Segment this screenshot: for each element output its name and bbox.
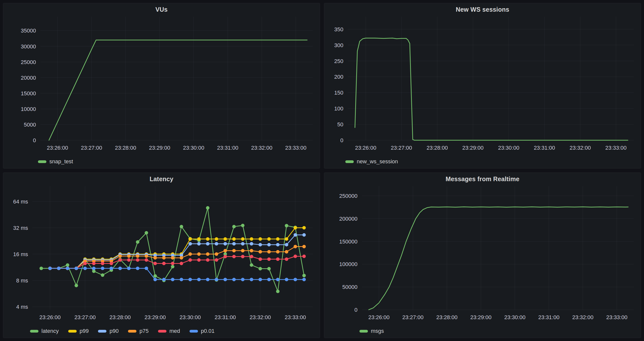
data-point <box>66 263 69 267</box>
legend-label: p99 <box>80 328 89 334</box>
data-point <box>66 266 69 270</box>
legend-item-p75[interactable]: p75 <box>128 328 148 334</box>
panel-title-latency[interactable]: Latency <box>3 173 320 184</box>
x-tick-label: 23:26:00 <box>355 145 376 151</box>
legend-latency: latencyp99p90p75medp0.01 <box>3 326 320 336</box>
legend-item-new_ws_session[interactable]: new_ws_session <box>345 158 398 165</box>
y-tick-label: 50000 <box>342 284 358 290</box>
grid <box>40 17 313 140</box>
data-point <box>224 278 227 281</box>
data-point <box>232 249 236 252</box>
data-point <box>206 258 209 262</box>
data-point <box>267 257 271 261</box>
legend-label: p90 <box>110 328 118 334</box>
legend-swatch-p90 <box>98 330 106 332</box>
grid <box>348 17 634 140</box>
y-tick-label: 25000 <box>21 59 36 65</box>
legend-item-med[interactable]: med <box>158 328 180 334</box>
data-point <box>127 254 130 258</box>
data-point <box>302 255 306 258</box>
legend-item-p0.01[interactable]: p0.01 <box>190 328 214 334</box>
data-point <box>188 252 192 256</box>
y-tick-label: 10000 <box>21 106 36 112</box>
data-point <box>267 237 271 241</box>
data-point <box>162 256 166 260</box>
grid <box>362 186 634 310</box>
y-tick-label: 350 <box>334 26 343 33</box>
legend-item-p90[interactable]: p90 <box>98 328 118 334</box>
panel-title-vus[interactable]: VUs <box>3 3 320 15</box>
grid <box>32 186 313 310</box>
legend-swatch-msgs <box>360 330 368 332</box>
chart-vus[interactable]: 23:26:0023:27:0023:28:0023:29:0023:30:00… <box>3 15 320 157</box>
series-points-p75 <box>48 245 306 270</box>
x-tick-label: 23:29:00 <box>470 314 492 320</box>
legend-vus: snap_test <box>3 157 320 167</box>
data-point <box>258 250 262 254</box>
data-point <box>215 242 218 245</box>
y-tick-label: 15000 <box>21 90 36 97</box>
y-tick-label: 16 ms <box>13 251 28 257</box>
data-point <box>48 266 52 270</box>
legend-label: snap_test <box>49 158 73 165</box>
data-point <box>83 266 87 270</box>
x-tick-label: 23:32:00 <box>572 314 594 320</box>
data-point <box>206 278 209 281</box>
data-point <box>197 258 201 262</box>
data-point <box>250 237 253 241</box>
data-point <box>188 258 192 262</box>
axis-labels: 23:26:0023:27:0023:28:0023:29:0023:30:00… <box>21 28 306 151</box>
y-tick-label: 8 ms <box>16 277 28 284</box>
legend-item-latency[interactable]: latency <box>30 328 59 334</box>
data-point <box>171 278 174 281</box>
dashboard-grid: VUs 23:26:0023:27:0023:28:0023:29:0023:3… <box>0 0 644 341</box>
series-line-p75 <box>50 247 304 268</box>
data-point <box>294 226 297 230</box>
data-point <box>118 254 122 258</box>
chart-latency[interactable]: 23:26:0023:27:0023:28:0023:29:0023:30:00… <box>3 184 320 326</box>
x-tick-label: 23:26:00 <box>47 145 68 151</box>
data-point <box>162 262 166 265</box>
panel-title-messages-from-realtime[interactable]: Messages from Realtime <box>324 173 641 184</box>
y-tick-label: 200 <box>334 74 343 80</box>
data-point <box>232 242 236 245</box>
legend-new-ws-sessions: new_ws_session <box>324 157 641 167</box>
legend-label: msgs <box>371 328 384 334</box>
data-point <box>153 262 157 265</box>
x-tick-label: 23:29:00 <box>145 314 166 320</box>
legend-item-snap_test[interactable]: snap_test <box>38 158 73 165</box>
data-point <box>241 237 244 241</box>
data-point <box>232 225 236 228</box>
data-point <box>197 237 201 241</box>
legend-item-p99[interactable]: p99 <box>68 328 89 334</box>
data-point <box>136 254 140 258</box>
y-tick-label: 250 <box>334 58 343 64</box>
data-point <box>75 284 78 287</box>
x-tick-label: 23:30:00 <box>183 145 204 151</box>
y-tick-label: 150000 <box>339 238 358 245</box>
data-point <box>250 242 253 245</box>
y-tick-label: 0 <box>354 307 358 313</box>
data-point <box>224 242 227 245</box>
chart-new-ws-sessions[interactable]: 23:26:0023:27:0023:28:0023:29:0023:30:00… <box>324 15 641 157</box>
data-point <box>197 242 201 245</box>
data-point <box>127 258 130 262</box>
data-point <box>294 255 297 258</box>
x-tick-label: 23:33:00 <box>605 145 627 151</box>
data-point <box>171 262 174 265</box>
data-point <box>224 249 227 252</box>
panel-title-new-ws-sessions[interactable]: New WS sessions <box>324 3 641 15</box>
panel-new-ws-sessions: New WS sessions 23:26:0023:27:0023:28:00… <box>324 3 641 169</box>
panel-messages-from-realtime: Messages from Realtime 23:26:0023:27:002… <box>324 172 641 338</box>
y-tick-label: 30000 <box>21 44 36 50</box>
data-point <box>101 266 104 270</box>
legend-swatch-new_ws_session <box>345 160 354 163</box>
x-tick-label: 23:29:00 <box>149 145 170 151</box>
y-tick-label: 150 <box>334 90 343 96</box>
y-tick-label: 32 ms <box>13 225 28 231</box>
legend-item-msgs[interactable]: msgs <box>360 328 384 334</box>
data-point <box>294 245 297 248</box>
data-point <box>285 250 288 254</box>
chart-messages-from-realtime[interactable]: 23:26:0023:27:0023:28:0023:29:0023:30:00… <box>324 184 641 326</box>
data-point <box>92 262 96 265</box>
